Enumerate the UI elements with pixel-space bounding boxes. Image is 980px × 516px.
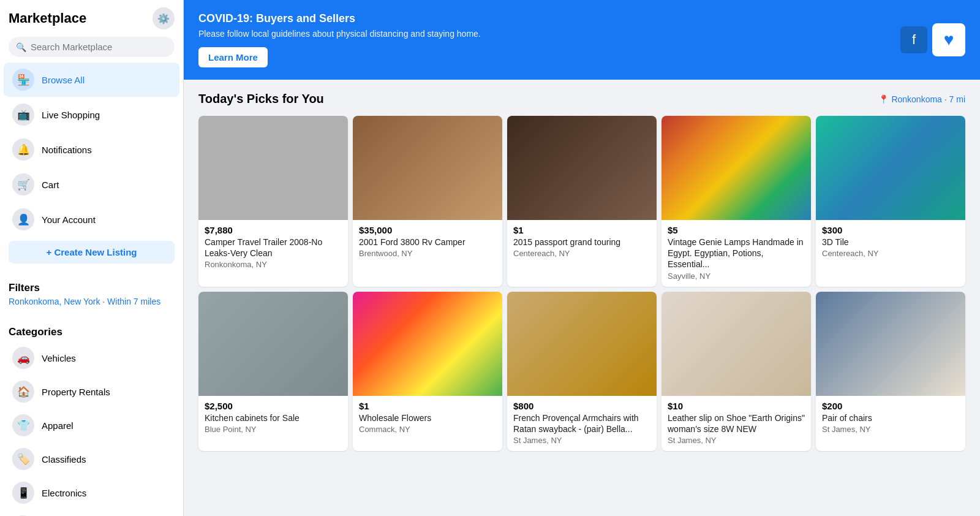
product-info: $200 Pair of chairs St James, NY — [816, 396, 965, 440]
filter-location[interactable]: Ronkonkoma, New York · Within 7 miles — [9, 297, 175, 306]
product-price: $35,000 — [359, 225, 496, 235]
sidebar-item-your-account[interactable]: 👤 Your Account — [4, 202, 179, 237]
search-box: 🔍 — [9, 37, 175, 57]
product-card[interactable]: $1 Wholesale Flowers Commack, NY — [353, 292, 502, 451]
product-name: Leather slip on Shoe "Earth Origins" wom… — [668, 412, 805, 434]
product-price: $300 — [822, 225, 959, 235]
product-image — [198, 116, 348, 220]
category-item-entertainment[interactable]: 👥 Entertainment — [4, 510, 179, 516]
filters-title: Filters — [9, 282, 175, 294]
picks-section: Today's Picks for You 📍 Ronkonkoma · 7 m… — [184, 80, 980, 468]
sidebar-item-browse-all[interactable]: 🏪 Browse All — [4, 63, 179, 97]
categories-title: Categories — [0, 321, 183, 341]
sidebar-header: Marketplace ⚙️ — [0, 0, 183, 33]
product-card[interactable]: $300 3D Tile Centereach, NY — [816, 116, 965, 287]
product-name: French Provençal Armchairs with Ratan sw… — [513, 412, 650, 434]
category-item-property-rentals[interactable]: 🏠 Property Rentals — [4, 375, 179, 408]
product-grid-row1: $7,880 Camper Travel Trailer 2008-No Lea… — [198, 116, 965, 287]
category-item-apparel[interactable]: 👕 Apparel — [4, 409, 179, 442]
category-icon-electronics: 📱 — [12, 482, 34, 504]
categories-list: 🚗 Vehicles 🏠 Property Rentals 👕 Apparel … — [0, 341, 183, 516]
location-label: 📍 Ronkonkoma · 7 mi — [878, 94, 965, 104]
nav-label-browse-all: Browse All — [42, 75, 85, 85]
covid-banner: COVID-19: Buyers and Sellers Please foll… — [184, 0, 980, 80]
product-name: Pair of chairs — [822, 412, 959, 423]
product-info: $300 3D Tile Centereach, NY — [816, 220, 965, 264]
product-location: Ronkonkoma, NY — [205, 260, 342, 269]
product-info: $2,500 Kitchen cabinets for Sale Blue Po… — [198, 396, 348, 440]
location-text: Ronkonkoma · 7 mi — [891, 94, 965, 104]
category-icon-classifieds: 🏷️ — [12, 448, 34, 470]
facebook-icon: f — [900, 26, 927, 53]
product-card[interactable]: $800 French Provençal Armchairs with Rat… — [507, 292, 657, 451]
product-name: Vintage Genie Lamps Handmade in Egypt. E… — [668, 237, 805, 270]
category-item-electronics[interactable]: 📱 Electronics — [4, 476, 179, 509]
learn-more-button[interactable]: Learn More — [198, 47, 268, 67]
sidebar-item-cart[interactable]: 🛒 Cart — [4, 167, 179, 202]
sidebar: Marketplace ⚙️ 🔍 🏪 Browse All 📺 Live Sho… — [0, 0, 184, 516]
product-card[interactable]: $5 Vintage Genie Lamps Handmade in Egypt… — [662, 116, 811, 287]
product-grid-row2: $2,500 Kitchen cabinets for Sale Blue Po… — [198, 292, 965, 451]
category-label-classifieds: Classifieds — [42, 454, 86, 465]
product-image — [816, 116, 965, 220]
product-info: $1 Wholesale Flowers Commack, NY — [353, 396, 502, 440]
product-image — [662, 116, 811, 220]
category-label-electronics: Electronics — [42, 488, 86, 498]
product-price: $800 — [513, 401, 650, 411]
nav-label-cart: Cart — [42, 180, 59, 190]
category-label-property-rentals: Property Rentals — [42, 387, 110, 397]
sidebar-title-text: Marketplace — [9, 10, 86, 26]
nav-icon-browse-all: 🏪 — [12, 69, 34, 91]
product-image — [507, 116, 657, 220]
product-image — [816, 292, 965, 396]
product-card[interactable]: $7,880 Camper Travel Trailer 2008-No Lea… — [198, 116, 348, 287]
product-info: $5 Vintage Genie Lamps Handmade in Egypt… — [662, 220, 811, 287]
product-card[interactable]: $10 Leather slip on Shoe "Earth Origins"… — [662, 292, 811, 451]
search-input[interactable] — [9, 37, 175, 57]
nav-label-notifications: Notifications — [42, 145, 92, 155]
product-image — [353, 116, 502, 220]
product-price: $200 — [822, 401, 959, 411]
category-item-vehicles[interactable]: 🚗 Vehicles — [4, 341, 179, 374]
category-label-vehicles: Vehicles — [42, 353, 76, 363]
product-price: $5 — [668, 225, 805, 235]
nav-label-your-account: Your Account — [42, 214, 96, 225]
product-name: 2001 Ford 3800 Rv Camper — [359, 237, 496, 248]
product-card[interactable]: $200 Pair of chairs St James, NY — [816, 292, 965, 451]
sidebar-item-live-shopping[interactable]: 📺 Live Shopping — [4, 97, 179, 132]
product-image — [353, 292, 502, 396]
heart-icon: ♥ — [932, 23, 965, 56]
create-listing-button[interactable]: + Create New Listing — [9, 241, 175, 264]
product-info: $1 2015 passport grand touring Centereac… — [507, 220, 657, 264]
product-location: Centereach, NY — [822, 249, 959, 258]
nav-icon-cart: 🛒 — [12, 173, 34, 195]
covid-text: COVID-19: Buyers and Sellers Please foll… — [198, 12, 481, 67]
product-card[interactable]: $2,500 Kitchen cabinets for Sale Blue Po… — [198, 292, 348, 451]
category-item-classifieds[interactable]: 🏷️ Classifieds — [4, 442, 179, 476]
product-info: $10 Leather slip on Shoe "Earth Origins"… — [662, 396, 811, 451]
product-image — [507, 292, 657, 396]
product-location: St James, NY — [513, 436, 650, 445]
main-content: COVID-19: Buyers and Sellers Please foll… — [184, 0, 980, 516]
product-price: $10 — [668, 401, 805, 411]
product-price: $1 — [513, 225, 650, 235]
gear-button[interactable]: ⚙️ — [153, 7, 175, 29]
nav-icon-your-account: 👤 — [12, 208, 34, 230]
nav-items: 🏪 Browse All 📺 Live Shopping 🔔 Notificat… — [0, 62, 183, 237]
product-price: $7,880 — [205, 225, 342, 235]
product-card[interactable]: $1 2015 passport grand touring Centereac… — [507, 116, 657, 287]
product-image — [198, 292, 348, 396]
category-label-apparel: Apparel — [42, 420, 74, 431]
location-pin-icon: 📍 — [878, 94, 889, 104]
product-card[interactable]: $35,000 2001 Ford 3800 Rv Camper Brentwo… — [353, 116, 502, 287]
product-image — [662, 292, 811, 396]
product-location: Brentwood, NY — [359, 249, 496, 258]
picks-header: Today's Picks for You 📍 Ronkonkoma · 7 m… — [198, 92, 965, 106]
product-info: $800 French Provençal Armchairs with Rat… — [507, 396, 657, 451]
sidebar-item-notifications[interactable]: 🔔 Notifications — [4, 132, 179, 167]
covid-description: Please follow local guidelines about phy… — [198, 29, 481, 39]
product-info: $35,000 2001 Ford 3800 Rv Camper Brentwo… — [353, 220, 502, 264]
nav-icon-notifications: 🔔 — [12, 138, 34, 161]
product-price: $2,500 — [205, 401, 342, 411]
product-location: St James, NY — [668, 436, 805, 445]
